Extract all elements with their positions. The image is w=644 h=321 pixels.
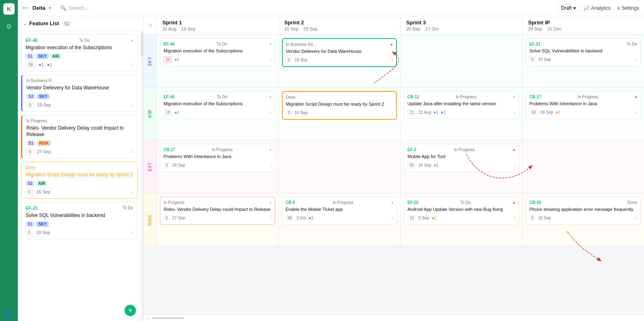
feature-card-vendor[interactable]: In Business R... Vendor Delievery for Da… — [21, 75, 138, 112]
app-logo[interactable]: K — [3, 3, 15, 15]
row-label-risk: RISK — [144, 193, 157, 246]
topbar: ⟵ Delta ▾ 🔍 Search... Draft ▾ 📈 Analytic… — [18, 0, 644, 16]
b-card-id: EF-3 — [407, 147, 416, 152]
board-card-cb5-risk-s2[interactable]: CB-5 In Progress ● Enable the Mobile Tic… — [282, 197, 397, 225]
board-cell-air-sip: CB-17 In Progress ● Problems With Inheri… — [523, 88, 644, 140]
sidebar-scrollbar[interactable] — [141, 31, 143, 321]
analytics-button[interactable]: 📈 Analytics — [584, 5, 611, 11]
b-card-title: Solve SQL Vulnerabilities in backend — [530, 48, 638, 54]
board-card-ef46-sky-s1[interactable]: EF-46 To Do ● Migration execution of the… — [160, 38, 275, 66]
board-container: ↺ Sprint 1 31 Aug 14 Sep Sprint 2 15 Sep… — [144, 16, 644, 321]
card-num: 0 — [26, 102, 34, 108]
b-date: 24 Sep — [418, 163, 431, 167]
b-dot: ●1 — [434, 163, 439, 167]
b-card-status: In Progress — [164, 200, 184, 205]
b-date: 26 Sep — [172, 163, 185, 167]
feature-list: EF-46 To Do ● Migration execution of the… — [18, 31, 141, 321]
nav-icon-user[interactable]: 👤 — [5, 310, 13, 318]
scroll-thumb — [141, 33, 143, 57]
b-card-title: Migration Script Design must be ready by… — [286, 101, 393, 107]
b-date: 31 Aug — [418, 110, 431, 115]
chevron-right: › — [392, 111, 393, 115]
draft-button[interactable]: Draft ▾ — [557, 4, 580, 12]
card-title: Migration Script Design must be ready by… — [26, 171, 133, 178]
back-button[interactable]: ⟵ — [23, 5, 29, 11]
board-cell-risk-s3: EF-25 To Do ● Android App Update Version… — [401, 193, 523, 246]
b-dot: ●1 — [431, 216, 436, 220]
board-row-risk: RISK In Progress ● Risks- Vendor Deliver… — [144, 193, 644, 246]
board-cell-ext-sip — [523, 141, 644, 193]
board-card-cb11-air-s3[interactable]: CB-11 In Progress ● Update Java after in… — [404, 91, 519, 119]
card-bottom: 0 19 Sep › — [26, 102, 133, 108]
main-area: ⟵ Delta ▾ 🔍 Search... Draft ▾ 📈 Analytic… — [18, 0, 644, 321]
feature-card-migration-script[interactable]: Done Migration Script Design must be rea… — [21, 162, 138, 199]
b-card-bottom: 0 19 Sep › — [286, 57, 393, 63]
scroll-left-icon[interactable]: ‹ — [147, 316, 149, 321]
board-card-ef46-air-s1[interactable]: EF-46 To Do ● Migration execution of the… — [160, 91, 275, 119]
sprint3-header: Sprint 3 20 Sep 17 Oct — [401, 16, 523, 35]
status-dot: ● — [131, 39, 133, 42]
b-card-status: In Progress — [333, 200, 353, 205]
chevron-right: › — [514, 216, 515, 220]
board-card-vendor-sky-s2[interactable]: In Business Re... ● Vendor Delievery for… — [282, 38, 397, 67]
b-card-id: CB-11 — [407, 95, 419, 99]
board-card-migration-air-s2[interactable]: Done Migration Script Design must be rea… — [282, 91, 397, 120]
horizontal-scrollbar[interactable]: ‹ — [144, 314, 644, 321]
chevron-right: › — [392, 216, 393, 220]
settings-label: Settings — [622, 5, 639, 11]
b-card-bottom: 0 16 Sep › — [286, 110, 393, 116]
board-card-cb16-risk-sip[interactable]: CB-16 Done Phone showing application err… — [526, 197, 641, 225]
ext-label-text: EXT — [148, 162, 152, 171]
collapse-icon[interactable]: ⌄ — [23, 21, 27, 26]
feature-card-ef21[interactable]: EF-21 To Do Solve SQL Vulnerabilities in… — [21, 202, 138, 239]
board-card-cb17-ext-s1[interactable]: CB-17 In Progress ● Problems With Inheri… — [160, 144, 275, 172]
sprint-headers: ↺ Sprint 1 31 Aug 14 Sep Sprint 2 15 Sep… — [144, 16, 644, 35]
h-scroll-thumb — [152, 317, 184, 319]
add-feature-button[interactable]: + — [125, 305, 136, 316]
sprint3-dates: 20 Sep 17 Oct — [406, 26, 517, 31]
chevron-right: › — [514, 163, 515, 167]
card-tags: S1 RISK — [26, 141, 133, 146]
card-num: 38 — [26, 61, 35, 68]
sprintip-dates: 24 Sep 31 Dec — [528, 26, 639, 31]
board-card-ef21-sky-sip[interactable]: EF-21 To Do Solve SQL Vulnerabilities in… — [526, 38, 641, 66]
nav-icon-settings[interactable]: ⚙ — [6, 23, 12, 30]
b-card-bottom: 0 26 Sep › — [164, 162, 271, 168]
card-title: Vendor Delievery for Data WareHouse — [26, 85, 133, 91]
board-cell-risk-s2: CB-5 In Progress ● Enable the Mobile Tic… — [279, 193, 401, 246]
sky-label-text: SKY — [148, 56, 152, 66]
row-labels-header: ↺ — [144, 16, 157, 35]
sprint2-dates: 15 Sep 29 Sep — [284, 26, 395, 31]
date-text: 19 Sep — [36, 230, 50, 235]
dot-blue2: ●1 — [47, 62, 52, 67]
status-dot-red: ● — [513, 147, 515, 152]
board-card-ef25-risk-s3[interactable]: EF-25 To Do ● Android App Update Version… — [404, 197, 519, 225]
tag-air: AIR — [36, 181, 47, 186]
b-card-title: Risks- Vendor Delivery Delay could Impac… — [164, 206, 271, 213]
card-bottom: 0 27 Sep › — [26, 148, 133, 155]
status-dot: ● — [391, 201, 393, 204]
sprint1-dates: 31 Aug 14 Sep — [162, 26, 273, 31]
project-title: Delta — [32, 5, 45, 11]
b-card-bottom: 0 27 Sep › — [164, 215, 271, 221]
b-card-status: In Progress — [212, 147, 233, 152]
b-card-title: Problems With Inheritance in Java — [164, 154, 271, 160]
b-card-status: In Business Re... — [286, 42, 317, 47]
b-num: 0 — [530, 215, 536, 221]
card-bottom: 0 19 Sep › — [26, 229, 133, 236]
board-card-cb17-air-sip[interactable]: CB-17 In Progress ● Problems With Inheri… — [526, 91, 641, 119]
date-text: 19 Sep — [37, 102, 51, 107]
card-title: Solve SQL Vulnerabilities in backend — [26, 212, 133, 219]
board-card-risks-risk-s1[interactable]: In Progress ● Risks- Vendor Delivery Del… — [160, 197, 275, 225]
board-card-ef3-ext-s3[interactable]: EF-3 In Progress ● Mobile App for Tool 6… — [404, 144, 519, 172]
card-title: Migration execution of the Subscriptions — [26, 44, 133, 51]
feature-card-risks[interactable]: In Progress Risks- Vendor Delivery Delay… — [21, 115, 138, 159]
b-date: 16 Sep — [295, 111, 308, 115]
chevron-right: › — [270, 216, 271, 220]
b-card-title: Vendor Delievery for Data WareHouse — [286, 48, 393, 54]
board: ↺ Sprint 1 31 Aug 14 Sep Sprint 2 15 Sep… — [144, 16, 644, 321]
settings-button[interactable]: ≡ Settings — [617, 5, 639, 11]
feature-card-ef46[interactable]: EF-46 To Do ● Migration execution of the… — [21, 34, 138, 72]
sprint2-header: Sprint 2 15 Sep 29 Sep — [279, 16, 401, 35]
project-dropdown-icon[interactable]: ▾ — [49, 6, 51, 10]
